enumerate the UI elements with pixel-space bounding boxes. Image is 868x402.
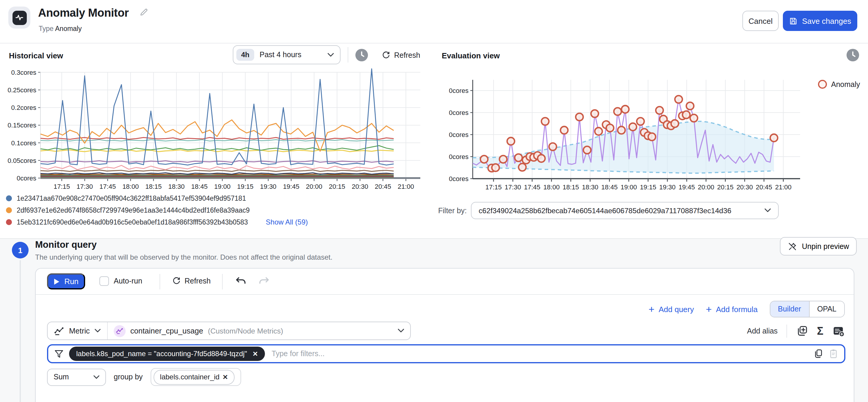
svg-text:20:45: 20:45 xyxy=(375,183,391,190)
series-dot xyxy=(6,207,12,213)
svg-text:19:45: 19:45 xyxy=(678,183,695,191)
evaluation-chart[interactable]: 17:1517:3017:4518:0018:1518:3018:4519:00… xyxy=(433,67,817,195)
metric-name: container_cpu_usage xyxy=(130,327,203,335)
historical-view-title: Historical view xyxy=(9,51,63,60)
unpin-preview-button[interactable]: Unpin preview xyxy=(780,237,857,255)
svg-text:20:30: 20:30 xyxy=(352,183,368,190)
filter-input[interactable] xyxy=(271,349,808,359)
legend-item[interactable]: 2df6937e1e62ed674f8658cf7299749e96e1aa3e… xyxy=(6,204,308,216)
svg-text:18:30: 18:30 xyxy=(168,183,185,190)
clock-icon[interactable] xyxy=(355,48,369,62)
save-changes-button[interactable]: Save changes xyxy=(783,11,857,31)
group-by-pill[interactable]: labels.container_id ✕ xyxy=(153,370,235,384)
filter-input-row: labels.k8s_pod_name = "accounting-7fd5d8… xyxy=(47,344,845,363)
group-by-box[interactable]: labels.container_id ✕ xyxy=(150,368,241,386)
query-refresh-button[interactable]: Refresh xyxy=(172,276,211,285)
tab-builder[interactable]: Builder xyxy=(770,301,809,317)
aggregate-sigma-icon[interactable]: Σ xyxy=(817,326,823,336)
historical-refresh-button[interactable]: Refresh xyxy=(382,51,420,60)
svg-text:21:00: 21:00 xyxy=(398,183,414,190)
run-button[interactable]: Run xyxy=(47,273,85,289)
metric-meta: (Custom/Node Metrics) xyxy=(208,327,283,335)
auto-run-label: Auto-run xyxy=(114,277,142,285)
svg-text:20:00: 20:00 xyxy=(698,183,714,191)
edit-title-icon[interactable] xyxy=(139,8,148,19)
filter-by-select[interactable]: c62f349024a258b62fbecab74e605144ae606785… xyxy=(471,202,779,219)
svg-text:19:30: 19:30 xyxy=(659,183,676,191)
historical-chart[interactable]: 17:1517:3017:4518:0018:1518:3018:4519:00… xyxy=(4,67,430,195)
svg-text:17:15: 17:15 xyxy=(485,183,502,191)
svg-text:17:45: 17:45 xyxy=(99,183,116,190)
aggregation-select[interactable]: Sum xyxy=(47,368,106,385)
monitor-query-section: 1 Monitor query The underlying query tha… xyxy=(0,238,868,402)
svg-text:20:30: 20:30 xyxy=(737,183,753,191)
save-label: Save changes xyxy=(802,17,851,25)
anomaly-ring-icon xyxy=(818,80,827,89)
tab-opal[interactable]: OPAL xyxy=(809,301,844,317)
svg-text:19:15: 19:15 xyxy=(640,183,656,191)
builder-opal-toggle: Builder OPAL xyxy=(770,301,845,317)
pin-slash-icon xyxy=(787,242,797,251)
query-actions: + Add query + Add formula Builder OPAL xyxy=(649,301,845,317)
step-connector xyxy=(20,260,21,402)
svg-text:17:30: 17:30 xyxy=(504,183,521,191)
cancel-button[interactable]: Cancel xyxy=(742,11,779,31)
divider xyxy=(160,274,160,289)
filter-by-label: Filter by: xyxy=(438,207,467,215)
type-label: Type xyxy=(39,25,54,32)
clock-icon[interactable] xyxy=(846,48,860,62)
query-builder-card: Run Auto-run Refresh xyxy=(35,268,854,402)
metric-select-row: Metric container_cpu_usage (Custom/Node … xyxy=(47,321,411,340)
svg-text:20:15: 20:15 xyxy=(717,183,734,191)
anomaly-legend-label: Anomaly xyxy=(831,80,860,88)
add-query-button[interactable]: + Add query xyxy=(649,305,694,314)
metric-icon xyxy=(114,325,126,337)
duplicate-query-icon[interactable] xyxy=(796,325,808,337)
chevron-down-icon xyxy=(398,329,404,333)
time-range-label: Past 4 hours xyxy=(259,51,322,59)
svg-text:0cores: 0cores xyxy=(17,175,36,182)
time-range-badge: 4h xyxy=(236,49,254,61)
series-dot xyxy=(6,195,12,201)
aggregation-row: Sum group by labels.container_id ✕ xyxy=(47,368,241,386)
svg-text:20:15: 20:15 xyxy=(329,183,345,190)
chevron-down-icon xyxy=(328,53,334,57)
copy-icon[interactable] xyxy=(813,348,823,359)
auto-run-checkbox[interactable] xyxy=(99,276,109,286)
evaluation-view-title: Evaluation view xyxy=(442,51,500,60)
funnel-icon xyxy=(54,349,64,358)
time-range-picker[interactable]: 4h Past 4 hours xyxy=(233,45,341,64)
svg-text:18:45: 18:45 xyxy=(601,183,618,191)
svg-text:19:00: 19:00 xyxy=(214,183,230,190)
legend-item[interactable]: 1e23471aa670e908c27470e05ff904c3622ff18a… xyxy=(6,192,308,204)
svg-text:19:00: 19:00 xyxy=(621,183,637,191)
legend-item[interactable]: 15eb3121fc690ed6e0e64ad0b916c5e0eba0ef1d… xyxy=(6,216,308,228)
remove-filter-icon[interactable]: ✕ xyxy=(252,350,258,358)
refresh-label: Refresh xyxy=(394,51,420,59)
svg-text:17:30: 17:30 xyxy=(76,183,93,190)
svg-text:18:00: 18:00 xyxy=(122,183,139,190)
refresh-icon xyxy=(172,276,181,285)
svg-text:21:00: 21:00 xyxy=(775,183,792,191)
chevron-down-icon xyxy=(93,375,99,379)
svg-text:0cores: 0cores xyxy=(449,109,468,117)
redo-icon[interactable] xyxy=(258,275,270,290)
series-legend: 1e23471aa670e908c27470e05ff904c3622ff18a… xyxy=(6,192,308,228)
metric-type-dropdown[interactable]: Metric xyxy=(48,322,108,339)
query-toolbar: Run Auto-run Refresh xyxy=(36,269,854,295)
monitor-logo xyxy=(8,6,30,29)
remove-group-by-icon[interactable]: ✕ xyxy=(222,373,228,381)
svg-text:0.05cores: 0.05cores xyxy=(7,157,36,164)
add-table-icon[interactable] xyxy=(832,325,845,337)
save-icon xyxy=(789,17,798,25)
metric-icon xyxy=(54,327,64,335)
svg-text:0.3cores: 0.3cores xyxy=(11,69,36,76)
undo-icon[interactable] xyxy=(235,275,247,290)
filter-pill[interactable]: labels.k8s_pod_name = "accounting-7fd5d8… xyxy=(69,347,265,361)
add-alias-button[interactable]: Add alias xyxy=(747,327,778,335)
add-formula-button[interactable]: + Add formula xyxy=(706,305,757,314)
plus-icon: + xyxy=(706,305,712,313)
metric-name-dropdown[interactable]: container_cpu_usage (Custom/Node Metrics… xyxy=(108,325,410,337)
show-all-link[interactable]: Show All (59) xyxy=(266,218,308,226)
play-icon xyxy=(54,278,60,285)
